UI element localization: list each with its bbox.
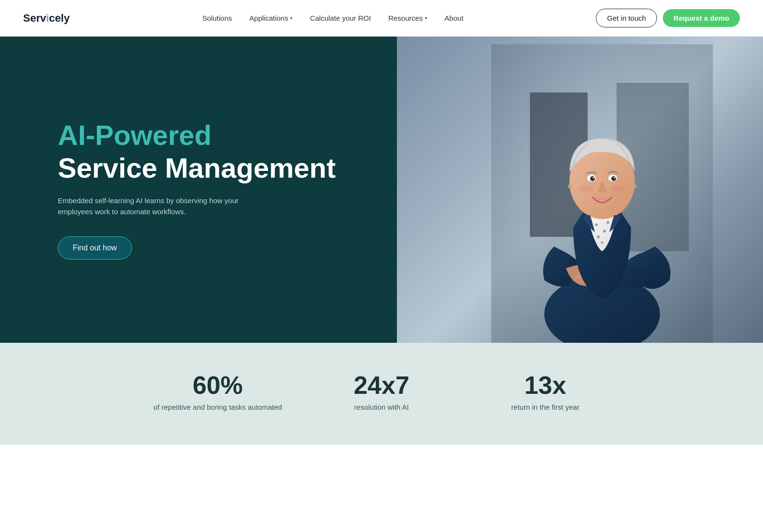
navbar: Servicely Solutions Applications ▾ Calcu… bbox=[0, 0, 763, 37]
hero-photo-background bbox=[397, 37, 763, 343]
svg-point-5 bbox=[603, 230, 606, 233]
stat-number-1: 24x7 bbox=[300, 372, 463, 399]
svg-point-15 bbox=[592, 177, 594, 179]
stat-item-2: 13x return in the first year bbox=[463, 372, 627, 411]
hero-title-line2: Service Management bbox=[58, 153, 397, 183]
svg-point-4 bbox=[595, 223, 598, 226]
svg-point-14 bbox=[611, 176, 616, 181]
hero-content: AI-Powered Service Management Embedded s… bbox=[0, 37, 397, 343]
chevron-down-icon: ▾ bbox=[425, 15, 427, 21]
stat-number-0: 60% bbox=[136, 372, 300, 399]
stat-label-0: of repetitive and boring tasks automated bbox=[136, 403, 300, 411]
svg-point-16 bbox=[614, 177, 615, 179]
nav-item-about[interactable]: About bbox=[445, 14, 463, 22]
request-demo-button[interactable]: Request a demo bbox=[663, 9, 740, 27]
stat-label-1: resolution with AI bbox=[300, 403, 463, 411]
stats-section: 60% of repetitive and boring tasks autom… bbox=[0, 343, 763, 445]
nav-link-solutions[interactable]: Solutions bbox=[202, 14, 232, 22]
nav-item-resources[interactable]: Resources ▾ bbox=[388, 14, 427, 22]
get-in-touch-button[interactable]: Get in touch bbox=[596, 9, 657, 27]
nav-link-roi[interactable]: Calculate your ROI bbox=[310, 14, 371, 22]
svg-point-8 bbox=[601, 242, 603, 244]
svg-point-17 bbox=[568, 184, 572, 188]
nav-link-resources[interactable]: Resources ▾ bbox=[388, 14, 427, 22]
nav-item-solutions[interactable]: Solutions bbox=[202, 14, 232, 22]
nav-item-applications[interactable]: Applications ▾ bbox=[250, 14, 293, 22]
nav-item-roi[interactable]: Calculate your ROI bbox=[310, 14, 371, 22]
hero-image bbox=[397, 37, 763, 343]
logo[interactable]: Servicely bbox=[23, 12, 70, 25]
stat-number-2: 13x bbox=[463, 372, 627, 399]
find-out-how-button[interactable]: Find out how bbox=[58, 236, 132, 260]
hero-person-illustration bbox=[491, 44, 713, 343]
svg-point-20 bbox=[611, 185, 624, 193]
svg-point-19 bbox=[580, 185, 593, 193]
chevron-down-icon: ▾ bbox=[290, 15, 292, 21]
nav-link-about[interactable]: About bbox=[445, 14, 463, 22]
stat-label-2: return in the first year bbox=[463, 403, 627, 411]
logo-text: Servicely bbox=[23, 12, 70, 25]
stat-item-0: 60% of repetitive and boring tasks autom… bbox=[136, 372, 300, 411]
nav-actions: Get in touch Request a demo bbox=[596, 9, 740, 27]
svg-point-7 bbox=[606, 221, 609, 224]
svg-point-13 bbox=[590, 176, 595, 181]
hero-subtitle: Embedded self-learning AI learns by obse… bbox=[58, 195, 250, 218]
hero-title-line1: AI-Powered bbox=[58, 120, 397, 151]
nav-links: Solutions Applications ▾ Calculate your … bbox=[202, 14, 463, 22]
hero-section: AI-Powered Service Management Embedded s… bbox=[0, 37, 763, 343]
svg-point-18 bbox=[632, 184, 636, 188]
nav-link-applications[interactable]: Applications ▾ bbox=[250, 14, 293, 22]
svg-point-6 bbox=[597, 235, 600, 238]
stat-item-1: 24x7 resolution with AI bbox=[300, 372, 463, 411]
